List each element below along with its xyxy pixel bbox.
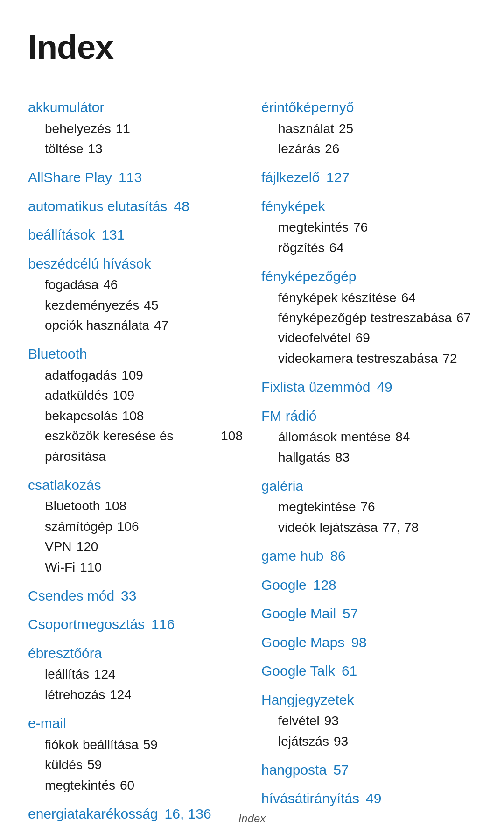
entry-heading: hangposta57 [261,760,476,780]
sub-item-num: 13 [88,139,103,159]
sub-item-num: 84 [395,427,410,447]
index-entry: Hangjegyzetekfelvétel93lejátszás93 [261,690,476,751]
entry-heading-text: game hub [261,546,323,566]
sub-item-num: 59 [143,735,158,755]
sub-item-text: leállítás [45,664,89,684]
entry-heading-text: Hangjegyzetek [261,692,354,707]
entry-heading: Fixlista üzemmód49 [261,377,476,397]
index-entry: beállítások131 [28,225,243,245]
sub-item-num: 77, 78 [382,517,419,537]
sub-item-text: lezárás [278,139,320,159]
sub-item: fényképek készítése64 [261,288,476,308]
entry-heading-text: Google [261,575,307,595]
entry-heading-num: 49 [366,788,381,809]
entry-heading: fényképek [261,196,476,217]
sub-item: állomások mentése84 [261,427,476,447]
entry-heading-num: 57 [343,603,358,624]
entry-heading-num: 128 [313,575,336,595]
sub-item: fényképezőgép testreszabása67 [261,308,476,328]
entry-heading: akkumulátor [28,97,243,118]
entry-heading: e-mail [28,713,243,734]
index-entry: hangposta57 [261,760,476,780]
index-entry: fájlkezelő127 [261,167,476,188]
entry-heading: game hub86 [261,546,476,566]
entry-heading: AllShare Play113 [28,167,243,188]
entry-heading-num: 48 [174,196,189,217]
entry-heading-text: Google Mail [261,603,336,624]
entry-heading-text: Google Maps [261,632,344,653]
sub-item: küldés59 [28,755,243,775]
sub-item-text: adatküldés [45,385,108,405]
entry-heading-text: fájlkezelő [261,167,320,188]
entry-heading-text: AllShare Play [28,167,112,188]
sub-item-num: 106 [117,516,139,537]
page-footer: Index 157 [0,812,504,827]
entry-heading-text: beállítások [28,225,95,245]
sub-item-text: küldés [45,755,83,775]
index-entry: galériamegtekintése76videók lejátszása77… [261,476,476,537]
sub-item-num: 108 [122,406,144,426]
sub-item-text: megtekintés [278,217,349,237]
sub-item-num: 76 [353,217,368,237]
sub-item-text: hallgatás [278,447,330,467]
index-entry: Csoportmegosztás116 [28,614,243,635]
entry-heading-num: 113 [119,167,142,188]
sub-item: számítógép106 [28,516,243,537]
index-entry: Csendes mód33 [28,586,243,606]
sub-item-num: 60 [120,775,134,795]
sub-item-num: 83 [335,447,350,467]
sub-item-text: adatfogadás [45,365,117,385]
sub-item: adatfogadás109 [28,365,243,385]
sub-item-num: 109 [121,365,143,385]
entry-heading: beállítások131 [28,225,243,245]
sub-item-num: 93 [334,731,348,751]
sub-item-text: videofelvétel [278,328,351,348]
sub-item-text: videók lejátszása [278,517,378,537]
entry-heading-text: hangposta [261,760,327,780]
sub-item-num: 76 [361,497,375,517]
sub-item: adatküldés109 [28,385,243,405]
index-entry: e-mailfiókok beállítása59küldés59megteki… [28,713,243,795]
index-entry: Bluetoothadatfogadás109adatküldés109beka… [28,344,243,466]
entry-heading: Csendes mód33 [28,586,243,606]
sub-item: használat25 [261,119,476,139]
sub-item-text: rögzítés [278,238,325,258]
entry-heading: Hangjegyzetek [261,690,476,710]
sub-item: megtekintés60 [28,775,243,795]
sub-item: videofelvétel69 [261,328,476,348]
right-column: érintőképernyőhasználat25lezárás26fájlke… [261,89,476,825]
index-entry: ébresztőóraleállítás124létrehozás124 [28,643,243,705]
entry-heading: ébresztőóra [28,643,243,664]
sub-item: leállítás124 [28,664,243,684]
entry-heading-text: fényképek [261,198,325,214]
entry-heading: fényképezőgép [261,266,476,287]
sub-item: lejátszás93 [261,731,476,751]
entry-heading: Csoportmegosztás116 [28,614,243,635]
sub-item-text: töltése [45,139,84,159]
sub-item-num: 47 [154,315,168,335]
index-entry: Google Maps98 [261,632,476,653]
index-entry: fényképekmegtekintés76rögzítés64 [261,196,476,258]
entry-heading: beszédcélú hívások [28,254,243,274]
index-entry: game hub86 [261,546,476,566]
sub-item-text: fényképezőgép testreszabása [278,308,452,328]
entry-heading: FM rádió [261,406,476,426]
sub-item-num: 110 [80,557,102,577]
entry-heading-text: Google Talk [261,661,335,681]
sub-item-num: 64 [401,288,416,308]
entry-heading-num: 33 [121,586,136,606]
entry-heading-text: ébresztőóra [28,645,102,661]
sub-item: megtekintése76 [261,497,476,517]
entry-heading: fájlkezelő127 [261,167,476,188]
sub-item: kezdeményezés45 [28,295,243,315]
sub-item: eszközök keresése és párosítása108 [28,426,243,467]
sub-item-text: lejátszás [278,731,329,751]
sub-item-text: eszközök keresése és párosítása [45,426,216,467]
entry-heading-num: 116 [151,614,175,635]
sub-item-text: megtekintés [45,775,115,795]
entry-heading: érintőképernyő [261,97,476,118]
sub-item: bekapcsolás108 [28,406,243,426]
entry-heading: Bluetooth [28,344,243,364]
entry-heading-num: 86 [330,546,345,566]
sub-item-num: 64 [329,238,344,258]
